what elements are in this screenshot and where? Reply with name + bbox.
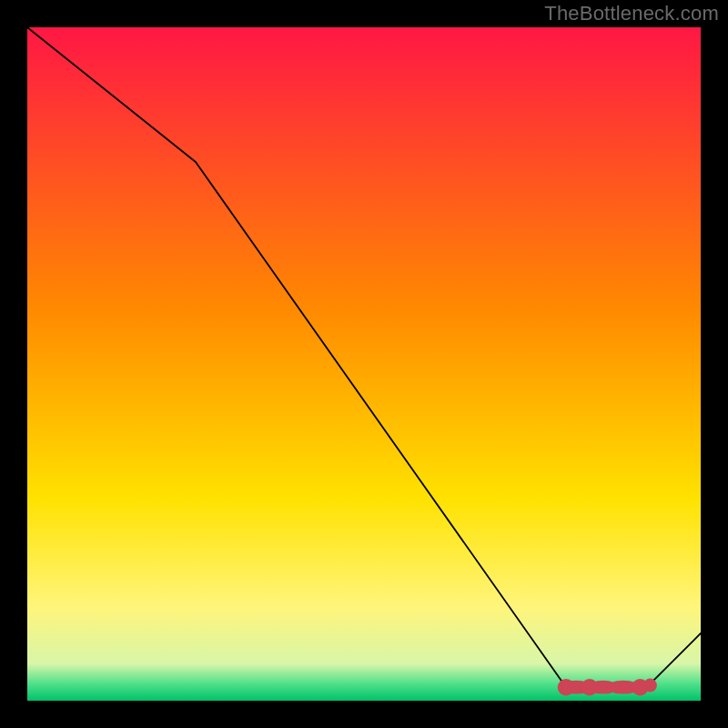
chart-background [27,27,701,701]
chart-svg [27,27,701,701]
marker-group [558,679,657,696]
watermark-text: TheBottleneck.com [544,2,719,25]
plot-area [27,27,701,701]
marker-dot [643,679,657,693]
chart-frame: TheBottleneck.com [0,0,728,728]
